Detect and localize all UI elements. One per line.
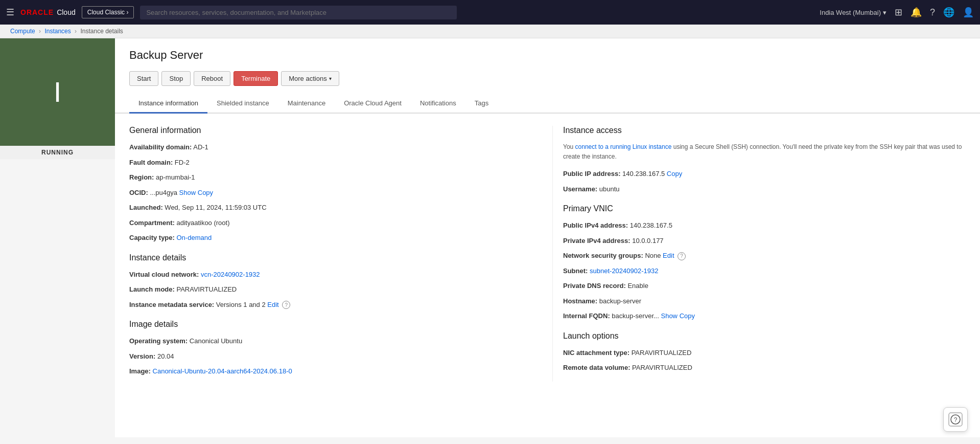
vcn-value-link[interactable]: vcn-20240902-1932 (201, 271, 260, 278)
tabs-bar: Instance information Shielded instance M… (115, 94, 980, 114)
tab-maintenance[interactable]: Maintenance (278, 94, 335, 114)
cloud-text: Cloud (57, 8, 76, 16)
remote-data-value: PARAVIRTUALIZED (632, 364, 692, 371)
breadcrumb-instances[interactable]: Instances (44, 28, 71, 35)
ocid-copy-link[interactable]: Copy (198, 189, 213, 196)
console-icon[interactable]: ⊞ (895, 7, 902, 18)
tab-instance-information[interactable]: Instance information (129, 94, 207, 114)
metadata-value: Versions 1 and 2 (216, 301, 266, 308)
ocid-label: OCID: (129, 189, 148, 196)
oracle-text: ORACLE (20, 8, 54, 16)
action-bar: Start Stop Reboot Terminate More actions… (115, 67, 980, 94)
launched-value: Wed, Sep 11, 2024, 11:59:03 UTC (165, 204, 266, 211)
os-row: Operating system: Canonical Ubuntu (129, 336, 532, 346)
subnet-value-link[interactable]: subnet-20240902-1932 (590, 267, 658, 275)
tab-shielded-instance[interactable]: Shielded instance (207, 94, 278, 114)
instance-access-description: You connect to a running Linux instance … (563, 142, 966, 162)
left-content-column: General information Availability domain:… (129, 126, 552, 382)
nsg-label: Network security groups: (563, 252, 643, 259)
instance-icon-panel: I (0, 38, 115, 146)
metadata-label: Instance metadata service: (129, 301, 214, 308)
breadcrumb-current: Instance details (80, 28, 123, 35)
image-details-title: Image details (129, 320, 532, 329)
instance-details-section: Instance details Virtual cloud network: … (129, 253, 532, 310)
fqdn-label: Internal FQDN: (563, 312, 610, 320)
hostname-label: Hostname: (563, 297, 597, 305)
os-label: Operating system: (129, 337, 188, 345)
metadata-help-icon[interactable]: ? (282, 301, 290, 309)
image-details-section: Image details Operating system: Canonica… (129, 320, 532, 376)
metadata-row: Instance metadata service: Versions 1 an… (129, 300, 532, 310)
fault-domain-value: FD-2 (175, 159, 190, 166)
tab-notifications[interactable]: Notifications (411, 94, 465, 114)
nsg-edit-link[interactable]: Edit (663, 252, 674, 259)
stop-button[interactable]: Stop (161, 71, 191, 86)
compartment-value: adityaatikoo (root) (176, 219, 229, 227)
nsg-value: None (645, 252, 661, 259)
globe-icon[interactable]: 🌐 (943, 7, 954, 18)
subnet-row: Subnet: subnet-20240902-1932 (563, 266, 966, 276)
launched-label: Launched: (129, 204, 163, 211)
page-title: Backup Server (129, 49, 966, 62)
breadcrumb-compute[interactable]: Compute (10, 28, 35, 35)
image-row: Image: Canonical-Ubuntu-20.04-aarch64-20… (129, 366, 532, 376)
nic-row: NIC attachment type: PARAVIRTUALIZED (563, 348, 966, 358)
launch-mode-row: Launch mode: PARAVIRTUALIZED (129, 284, 532, 295)
version-row: Version: 20.04 (129, 351, 532, 362)
private-ipv4-row: Private IPv4 address: 10.0.0.177 (563, 236, 966, 246)
start-button[interactable]: Start (129, 71, 158, 86)
access-desc-prefix: You (563, 143, 575, 150)
help-circle-icon[interactable]: ? (930, 7, 935, 18)
main-content: I RUNNING Backup Server Start Stop Reboo… (0, 38, 980, 437)
availability-domain-value: AD-1 (193, 143, 208, 151)
region-selector[interactable]: India West (Mumbai) ▾ (820, 9, 886, 16)
private-ipv4-label: Private IPv4 address: (563, 237, 631, 245)
tab-oracle-cloud-agent[interactable]: Oracle Cloud Agent (335, 94, 411, 114)
floating-help-icon: ? (948, 412, 963, 427)
instance-details-title: Instance details (129, 253, 532, 262)
user-avatar-icon[interactable]: 👤 (963, 7, 974, 18)
subnet-label: Subnet: (563, 267, 588, 275)
tab-tags[interactable]: Tags (465, 94, 498, 114)
nsg-help-icon[interactable]: ? (678, 252, 686, 260)
more-actions-label: More actions (289, 75, 326, 82)
ocid-value: ...pu4gya (150, 189, 177, 196)
capacity-type-row: Capacity type: On-demand (129, 233, 532, 243)
instance-access-section: Instance access You connect to a running… (563, 126, 966, 194)
instance-status-badge: RUNNING (0, 146, 115, 159)
image-label: Image: (129, 367, 151, 375)
ocid-show-link[interactable]: Show (179, 189, 196, 196)
public-ip-label: Public IP address: (563, 170, 620, 177)
connect-link[interactable]: connect to a running Linux instance (575, 143, 672, 150)
username-row: Username: ubuntu (563, 184, 966, 194)
terminate-button[interactable]: Terminate (234, 71, 278, 86)
fqdn-row: Internal FQDN: backup-server... Show Cop… (563, 311, 966, 321)
floating-help-button[interactable]: ? (943, 407, 968, 432)
reboot-button[interactable]: Reboot (194, 71, 230, 86)
fqdn-show-link[interactable]: Show (661, 312, 678, 320)
cloud-classic-button[interactable]: Cloud Classic › (82, 6, 134, 18)
more-actions-button[interactable]: More actions ▾ (281, 71, 339, 86)
remote-data-label: Remote data volume: (563, 364, 630, 371)
public-ip-row: Public IP address: 140.238.167.5 Copy (563, 169, 966, 179)
region-label: India West (Mumbai) (820, 9, 881, 16)
search-input[interactable] (140, 6, 457, 19)
nsg-row: Network security groups: None Edit ? (563, 251, 966, 261)
topnav-right: India West (Mumbai) ▾ ⊞ 🔔 ? 🌐 👤 (820, 7, 974, 18)
vcn-label: Virtual cloud network: (129, 271, 199, 278)
metadata-edit-link[interactable]: Edit (267, 301, 278, 308)
public-ipv4-label: Public IPv4 address: (563, 221, 628, 229)
fqdn-value: backup-server... (612, 312, 659, 320)
fqdn-copy-link[interactable]: Copy (680, 312, 695, 320)
right-panel: Backup Server Start Stop Reboot Terminat… (115, 38, 980, 437)
capacity-type-label: Capacity type: (129, 234, 175, 241)
public-ip-copy-link[interactable]: Copy (667, 170, 682, 177)
vcn-row: Virtual cloud network: vcn-20240902-1932 (129, 270, 532, 280)
hamburger-menu-icon[interactable]: ☰ (6, 7, 14, 18)
image-value-link[interactable]: Canonical-Ubuntu-20.04-aarch64-2024.06.1… (153, 367, 292, 375)
top-navigation: ☰ ORACLE Cloud Cloud Classic › India Wes… (0, 0, 980, 25)
region-row: Region: ap-mumbai-1 (129, 172, 532, 183)
bell-icon[interactable]: 🔔 (911, 7, 922, 18)
private-ipv4-value: 10.0.0.177 (632, 237, 663, 245)
version-label: Version: (129, 352, 155, 360)
